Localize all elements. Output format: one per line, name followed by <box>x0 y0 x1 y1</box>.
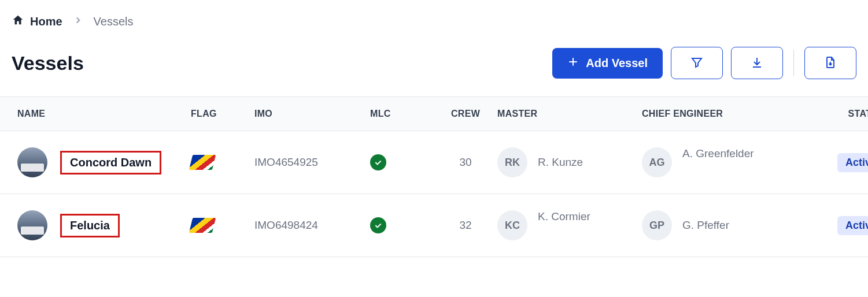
header-row: Vessels Add Vessel <box>0 35 868 96</box>
status-cell: Active <box>810 153 868 172</box>
crew-cell: 32 <box>434 219 497 232</box>
master-name: K. Cormier <box>538 210 590 223</box>
vessels-table: NAME FLAG IMO MLC CREW MASTER CHIEF ENGI… <box>0 96 868 257</box>
export-file-button[interactable] <box>804 47 856 79</box>
seychelles-flag-icon <box>189 218 216 233</box>
col-name[interactable]: NAME <box>17 109 191 119</box>
file-download-icon <box>823 55 837 71</box>
add-vessel-button[interactable]: Add Vessel <box>552 48 663 79</box>
vessel-avatar <box>17 147 47 177</box>
table-header: NAME FLAG IMO MLC CREW MASTER CHIEF ENGI… <box>0 96 868 131</box>
master-cell: RK R. Kunze <box>497 147 642 177</box>
flag-cell <box>191 155 254 170</box>
flag-cell <box>191 218 254 233</box>
status-badge: Active <box>837 216 868 235</box>
imo-cell: IMO6498424 <box>254 219 370 232</box>
filter-icon <box>690 55 704 71</box>
plus-icon <box>567 56 579 70</box>
breadcrumb-home-label: Home <box>30 15 62 28</box>
check-circle-icon <box>370 154 386 170</box>
col-master[interactable]: MASTER <box>497 109 642 119</box>
chief-cell: GP G. Pfeffer <box>642 210 810 240</box>
avatar: GP <box>642 210 672 240</box>
vessel-name[interactable]: Concord Dawn <box>60 151 161 175</box>
col-mlc[interactable]: MLC <box>370 109 434 119</box>
breadcrumb-current: Vessels <box>94 15 134 28</box>
actions-bar: Add Vessel <box>552 47 856 79</box>
table-row[interactable]: Concord Dawn IMO4654925 30 RK R. Kunze A… <box>0 131 868 194</box>
add-vessel-label: Add Vessel <box>586 57 648 70</box>
col-status[interactable]: STATUS <box>810 109 868 119</box>
master-cell: KC K. Cormier <box>497 210 642 240</box>
vessel-avatar <box>17 210 47 240</box>
breadcrumb-home-link[interactable]: Home <box>12 14 62 29</box>
seychelles-flag-icon <box>189 155 216 170</box>
breadcrumb: Home Vessels <box>0 0 868 35</box>
status-badge: Active <box>837 153 868 172</box>
table-row[interactable]: Felucia IMO6498424 32 KC K. Cormier GP G… <box>0 194 868 257</box>
avatar: AG <box>642 147 672 177</box>
actions-divider <box>793 50 794 76</box>
home-icon <box>12 14 24 29</box>
col-imo[interactable]: IMO <box>254 109 370 119</box>
mlc-cell <box>370 154 434 170</box>
vessel-name[interactable]: Felucia <box>60 214 120 237</box>
download-button[interactable] <box>731 47 783 79</box>
mlc-cell <box>370 217 434 233</box>
col-crew[interactable]: CREW <box>434 109 497 119</box>
master-name: R. Kunze <box>538 156 583 169</box>
crew-cell: 30 <box>434 156 497 169</box>
col-flag[interactable]: FLAG <box>191 109 254 119</box>
check-circle-icon <box>370 217 386 233</box>
page-title: Vessels <box>12 52 84 75</box>
filter-button[interactable] <box>671 47 723 79</box>
avatar: KC <box>497 210 527 240</box>
download-icon <box>750 55 764 71</box>
name-cell: Felucia <box>17 210 191 240</box>
chief-name: G. Pfeffer <box>682 219 729 232</box>
avatar: RK <box>497 147 527 177</box>
chief-name: A. Greenfelder <box>682 147 754 160</box>
status-cell: Active <box>810 216 868 235</box>
chevron-right-icon <box>73 15 83 28</box>
imo-cell: IMO4654925 <box>254 156 370 169</box>
col-chief[interactable]: CHIEF ENGINEER <box>642 109 810 119</box>
chief-cell: AG A. Greenfelder <box>642 147 810 177</box>
name-cell: Concord Dawn <box>17 147 191 177</box>
